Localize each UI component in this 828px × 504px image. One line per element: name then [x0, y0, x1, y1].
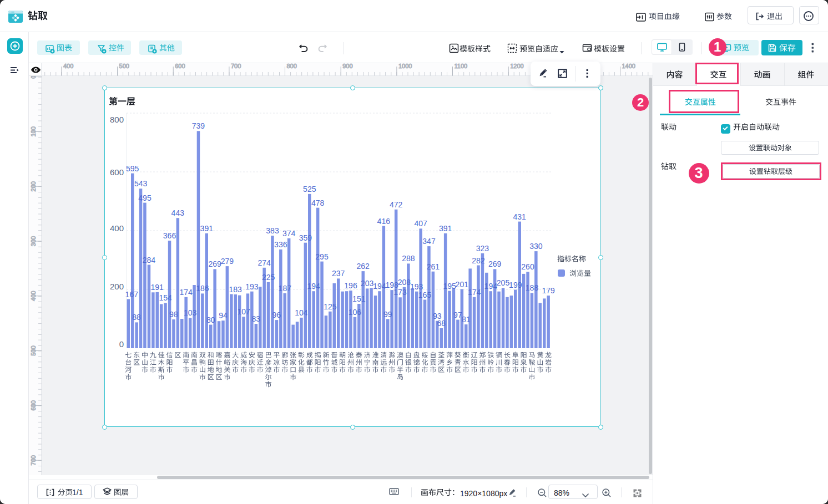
svg-text:1400: 1400 — [622, 63, 635, 69]
svg-text:1000: 1000 — [398, 63, 412, 69]
svg-text:100: 100 — [30, 126, 37, 136]
svg-text:600: 600 — [175, 63, 185, 69]
svg-text:700: 700 — [30, 455, 37, 465]
svg-text:900: 900 — [342, 63, 352, 69]
svg-text:300: 300 — [30, 236, 37, 246]
svg-text:400: 400 — [63, 63, 73, 69]
svg-text:400: 400 — [30, 291, 37, 301]
svg-text:500: 500 — [119, 63, 129, 69]
svg-text:1200: 1200 — [510, 63, 523, 69]
svg-text:800: 800 — [287, 63, 297, 69]
svg-text:200: 200 — [30, 181, 37, 191]
svg-text:1100: 1100 — [455, 63, 468, 69]
svg-text:500: 500 — [30, 345, 37, 355]
svg-text:600: 600 — [30, 400, 37, 410]
svg-text:700: 700 — [231, 63, 241, 69]
